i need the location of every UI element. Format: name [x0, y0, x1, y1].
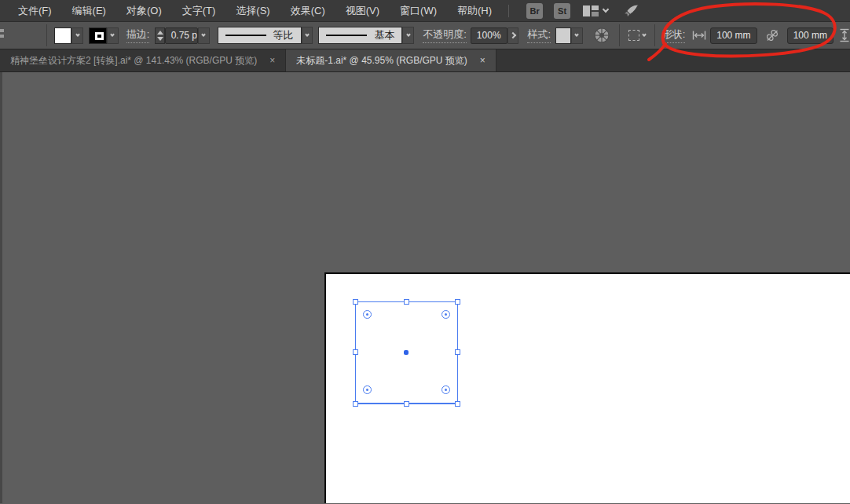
- divider: [46, 24, 47, 46]
- tab-close-button[interactable]: ×: [480, 55, 485, 66]
- selection-handle-middle-left[interactable]: [353, 349, 358, 355]
- stepper-up-icon[interactable]: [157, 31, 163, 35]
- menu-type[interactable]: 文字(T): [172, 0, 226, 21]
- menu-window[interactable]: 窗口(W): [390, 0, 447, 21]
- fill-color-swatch[interactable]: [54, 27, 72, 44]
- stock-icon[interactable]: St: [554, 3, 570, 19]
- stroke-label[interactable]: 描边:: [126, 27, 150, 43]
- stroke-profile-preview-icon: [225, 35, 266, 36]
- live-corner-widget-bottom-right[interactable]: [441, 385, 450, 394]
- appbar-divider: [508, 5, 509, 17]
- stroke-weight-dropdown-button[interactable]: [198, 27, 210, 44]
- menu-file[interactable]: 文件(F): [8, 0, 62, 21]
- tab-document-2-active[interactable]: 未标题-1.ai* @ 45.95% (RGB/GPU 预览) ×: [286, 49, 496, 71]
- menu-help[interactable]: 帮助(H): [447, 0, 502, 21]
- bounding-box-dashed-icon: [628, 30, 639, 41]
- selection-handle-bottom-right[interactable]: [455, 401, 460, 407]
- chevron-down-icon: [603, 6, 609, 13]
- opacity-input[interactable]: 100%: [471, 27, 507, 44]
- arrow-right-icon: [510, 32, 516, 38]
- stroke-weight-input[interactable]: 0.75 p: [165, 27, 198, 44]
- width-profile-select[interactable]: 等比: [218, 27, 302, 44]
- illustrator-window: 文件(F) 编辑(E) 对象(O) 文字(T) 选择(S) 效果(C) 视图(V…: [0, 0, 850, 504]
- workspace-layout-icon: [583, 5, 599, 16]
- tab-title: 精神堡垒设计方案2 [转换].ai* @ 141.43% (RGB/GPU 预览…: [10, 54, 257, 68]
- selection-handle-top-right[interactable]: [455, 299, 460, 305]
- menu-edit[interactable]: 编辑(E): [62, 0, 116, 21]
- object-center-point[interactable]: [404, 350, 409, 355]
- selection-handle-bottom-left[interactable]: [353, 401, 358, 407]
- selection-handle-top-left[interactable]: [353, 299, 358, 305]
- stepper-down-icon[interactable]: [157, 37, 163, 41]
- transform-options-button[interactable]: [628, 30, 646, 41]
- selection-handle-bottom-middle[interactable]: [404, 401, 409, 407]
- menu-bar: 文件(F) 编辑(E) 对象(O) 文字(T) 选择(S) 效果(C) 视图(V…: [0, 0, 850, 21]
- broken-chain-icon: [765, 28, 779, 42]
- color-wheel-icon: [593, 27, 610, 44]
- divider: [619, 24, 620, 46]
- shape-width-input[interactable]: 100 mm: [710, 27, 757, 44]
- fill-color-dropdown-button[interactable]: [71, 27, 83, 44]
- unlink-proportions-button[interactable]: [765, 28, 779, 42]
- brush-definition-dropdown-button[interactable]: [402, 27, 414, 44]
- clipped-panel-icon: [0, 29, 4, 42]
- selection-handle-top-middle[interactable]: [404, 299, 409, 305]
- bridge-icon[interactable]: Br: [526, 3, 543, 19]
- menu-object[interactable]: 对象(O): [116, 0, 172, 21]
- gpu-performance-rocket-icon[interactable]: [624, 4, 639, 18]
- shape-width-icon: [692, 30, 706, 41]
- document-tab-bar: 精神堡垒设计方案2 [转换].ai* @ 141.43% (RGB/GPU 预览…: [0, 49, 850, 72]
- graphic-style-dropdown-button[interactable]: [571, 27, 583, 44]
- control-bar: 描边: 0.75 p 等比 基本 不透明度: 100% 样式:: [0, 21, 850, 49]
- live-corner-widget-bottom-left[interactable]: [363, 385, 372, 394]
- live-corner-widget-top-right[interactable]: [441, 310, 450, 319]
- shape-label[interactable]: 形状:: [662, 27, 686, 43]
- selected-rectangle[interactable]: [355, 301, 458, 404]
- opacity-submenu-button[interactable]: [507, 27, 519, 44]
- selection-handle-middle-right[interactable]: [455, 349, 460, 355]
- brush-definition-select[interactable]: 基本: [318, 27, 402, 44]
- stroke-color-swatch[interactable]: [89, 27, 107, 44]
- tab-close-button[interactable]: ×: [269, 55, 275, 66]
- menu-view[interactable]: 视图(V): [335, 0, 390, 21]
- brush-definition-value: 基本: [374, 28, 394, 42]
- panel-edge: [0, 72, 2, 503]
- width-profile-dropdown-button[interactable]: [302, 27, 313, 44]
- chevron-down-icon: [642, 32, 647, 37]
- stroke-color-dropdown-button[interactable]: [107, 27, 119, 44]
- shape-height-icon: [839, 28, 850, 42]
- graphic-style-swatch[interactable]: [555, 27, 571, 44]
- live-corner-widget-top-left[interactable]: [363, 310, 372, 319]
- tab-title: 未标题-1.ai* @ 45.95% (RGB/GPU 预览): [296, 54, 467, 68]
- menu-effect[interactable]: 效果(C): [280, 0, 335, 21]
- menu-select[interactable]: 选择(S): [225, 0, 280, 21]
- opacity-label[interactable]: 不透明度:: [423, 27, 467, 43]
- workspace-switcher-button[interactable]: [583, 5, 608, 16]
- style-label[interactable]: 样式:: [527, 27, 551, 43]
- canvas-scratch-area[interactable]: [0, 72, 850, 503]
- tab-document-1[interactable]: 精神堡垒设计方案2 [转换].ai* @ 141.43% (RGB/GPU 预览…: [0, 49, 286, 71]
- shape-height-input[interactable]: 100 mm: [787, 27, 834, 44]
- width-profile-value: 等比: [273, 28, 294, 42]
- recolor-artwork-button[interactable]: [593, 27, 610, 44]
- brush-stroke-preview-icon: [326, 35, 367, 36]
- stroke-weight-stepper[interactable]: [155, 27, 164, 44]
- divider: [654, 24, 655, 46]
